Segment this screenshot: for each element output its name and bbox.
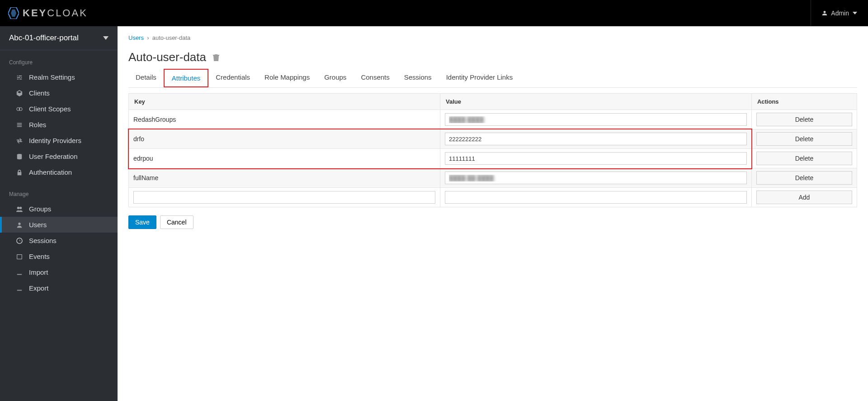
sidebar-item-sessions[interactable]: Sessions bbox=[0, 233, 118, 248]
svg-point-3 bbox=[19, 107, 22, 110]
svg-point-8 bbox=[17, 206, 19, 209]
attr-key: fullName bbox=[129, 168, 440, 188]
realm-name: Abc-01-officer-portal bbox=[9, 33, 79, 43]
delete-button[interactable]: Delete bbox=[756, 171, 852, 185]
sidebar-item-realm-settings[interactable]: Realm Settings bbox=[0, 69, 118, 85]
cube-icon bbox=[16, 90, 23, 96]
sidebar-item-users[interactable]: Users bbox=[0, 217, 118, 233]
keycloak-logo-icon bbox=[8, 7, 19, 19]
logo[interactable]: KEYCLOAK bbox=[8, 7, 88, 19]
table-row: RedashGroups Delete bbox=[129, 110, 857, 129]
save-button[interactable]: Save bbox=[128, 215, 156, 229]
tab-identity-provider-links[interactable]: Identity Provider Links bbox=[439, 69, 520, 87]
sidebar-item-user-federation[interactable]: User Federation bbox=[0, 148, 118, 164]
attr-key: drfo bbox=[129, 129, 440, 149]
th-key: Key bbox=[129, 94, 440, 110]
tab-role-mappings[interactable]: Role Mappings bbox=[257, 69, 317, 87]
calendar-icon bbox=[16, 253, 23, 260]
attr-value-input[interactable] bbox=[445, 172, 747, 184]
clock-icon bbox=[16, 238, 23, 244]
breadcrumb: Users › auto-user-data bbox=[128, 34, 857, 41]
svg-rect-6 bbox=[17, 126, 22, 127]
sidebar-section-configure: Configure bbox=[0, 56, 118, 69]
realm-selector[interactable]: Abc-01-officer-portal bbox=[0, 26, 118, 50]
chevron-down-icon bbox=[853, 11, 857, 15]
th-value: Value bbox=[440, 94, 751, 110]
tab-groups[interactable]: Groups bbox=[317, 69, 354, 87]
tab-consents[interactable]: Consents bbox=[354, 69, 396, 87]
sidebar-item-events[interactable]: Events bbox=[0, 248, 118, 264]
cancel-button[interactable]: Cancel bbox=[160, 215, 193, 229]
sidebar-item-client-scopes[interactable]: Client Scopes bbox=[0, 101, 118, 117]
attr-key: RedashGroups bbox=[129, 110, 440, 129]
exchange-icon bbox=[16, 138, 23, 144]
svg-rect-4 bbox=[17, 123, 22, 124]
sidebar-item-roles[interactable]: Roles bbox=[0, 117, 118, 133]
sliders-icon bbox=[16, 74, 23, 81]
add-button[interactable]: Add bbox=[756, 191, 852, 204]
sidebar-section-manage: Manage bbox=[0, 187, 118, 201]
tabs: Details Attributes Credentials Role Mapp… bbox=[128, 69, 857, 88]
sidebar-item-import[interactable]: Import bbox=[0, 264, 118, 280]
svg-rect-5 bbox=[17, 124, 22, 125]
attr-value-input[interactable] bbox=[445, 113, 747, 126]
table-row: edrpou Delete bbox=[129, 149, 857, 168]
tab-details[interactable]: Details bbox=[128, 69, 164, 87]
sidebar-item-clients[interactable]: Clients bbox=[0, 85, 118, 101]
roles-icon bbox=[16, 122, 23, 128]
attr-value-input[interactable] bbox=[445, 152, 747, 165]
sidebar-item-identity-providers[interactable]: Identity Providers bbox=[0, 133, 118, 148]
chevron-down-icon bbox=[103, 36, 108, 40]
svg-point-9 bbox=[19, 206, 22, 209]
table-row-new: Add bbox=[129, 188, 857, 207]
import-icon bbox=[16, 269, 23, 276]
breadcrumb-current: auto-user-data bbox=[152, 34, 191, 41]
database-icon bbox=[16, 153, 23, 160]
table-row: drfo Delete bbox=[129, 129, 857, 149]
svg-rect-12 bbox=[17, 254, 22, 259]
tab-credentials[interactable]: Credentials bbox=[208, 69, 257, 87]
sidebar-item-authentication[interactable]: Authentication bbox=[0, 164, 118, 180]
user-icon bbox=[16, 222, 23, 228]
button-row: Save Cancel bbox=[128, 215, 857, 229]
scopes-icon bbox=[16, 106, 23, 112]
admin-dropdown[interactable]: Admin bbox=[811, 0, 857, 26]
new-attr-key-input[interactable] bbox=[133, 191, 435, 204]
tab-sessions[interactable]: Sessions bbox=[397, 69, 439, 87]
delete-button[interactable]: Delete bbox=[756, 132, 852, 146]
sidebar-item-groups[interactable]: Groups bbox=[0, 201, 118, 217]
delete-button[interactable]: Delete bbox=[756, 113, 852, 126]
sidebar-item-export[interactable]: Export bbox=[0, 280, 118, 296]
main-content: Users › auto-user-data Auto-user-data De… bbox=[118, 26, 868, 401]
topbar: KEYCLOAK Admin bbox=[0, 0, 868, 26]
export-icon bbox=[16, 285, 23, 291]
page-title: Auto-user-data bbox=[128, 50, 857, 64]
svg-marker-1 bbox=[11, 10, 16, 17]
new-attr-value-input[interactable] bbox=[445, 191, 747, 204]
brand-text: KEYCLOAK bbox=[23, 7, 88, 19]
groups-icon bbox=[16, 206, 23, 212]
delete-button[interactable]: Delete bbox=[756, 152, 852, 165]
attr-value-input[interactable] bbox=[445, 133, 747, 145]
attributes-table: Key Value Actions RedashGroups Delete dr… bbox=[128, 93, 857, 207]
sidebar: Abc-01-officer-portal Configure Realm Se… bbox=[0, 26, 118, 401]
th-actions: Actions bbox=[751, 94, 857, 110]
lock-icon bbox=[16, 169, 23, 176]
attr-key: edrpou bbox=[129, 149, 440, 168]
breadcrumb-users-link[interactable]: Users bbox=[128, 34, 144, 41]
tab-attributes[interactable]: Attributes bbox=[164, 69, 208, 87]
svg-point-10 bbox=[18, 222, 20, 224]
admin-label: Admin bbox=[831, 10, 849, 17]
table-row: fullName Delete bbox=[129, 168, 857, 188]
user-icon bbox=[822, 10, 827, 16]
trash-icon[interactable] bbox=[212, 53, 220, 62]
